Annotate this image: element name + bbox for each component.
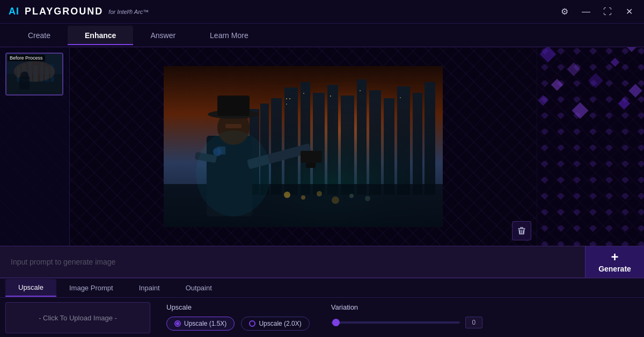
svg-point-34	[20, 71, 28, 79]
upload-label: - Click To Upload Image -	[39, 314, 117, 322]
upscale-label: Upscale	[166, 303, 310, 311]
svg-point-61	[284, 192, 290, 198]
variation-group: Variation 0	[331, 303, 482, 328]
variation-slider-row: 0	[331, 317, 482, 328]
svg-point-65	[349, 194, 354, 198]
slider-thumb[interactable]	[332, 319, 340, 326]
sub-tab-upscale[interactable]: Upscale	[5, 279, 56, 297]
prompt-bar: + Generate	[0, 246, 644, 278]
image-main-area: Before Process	[0, 47, 644, 246]
variation-label: Variation	[331, 303, 482, 311]
generate-button[interactable]: + Generate	[585, 246, 644, 277]
svg-point-78	[196, 130, 271, 216]
svg-point-66	[365, 196, 370, 201]
logo-area: AI PLAYGROUND for Intel® Arc™	[9, 6, 149, 17]
upscale-2-0x-option[interactable]: Upscale (2.0X)	[241, 317, 309, 331]
radio-dot-1-5x	[174, 320, 181, 327]
logo-ai: AI	[9, 6, 19, 17]
svg-rect-70	[217, 96, 250, 116]
sidebar-thumbnails: Before Process	[0, 47, 70, 246]
bottom-content: - Click To Upload Image - Upscale Upscal…	[0, 298, 644, 337]
tab-create[interactable]: Create	[11, 26, 68, 45]
main-image	[164, 66, 443, 227]
main-image-container	[70, 47, 537, 246]
window-controls: ⚙ — ⛶ ✕	[558, 5, 635, 18]
generate-label: Generate	[598, 265, 631, 273]
svg-point-63	[317, 191, 322, 196]
radio-dot-2-0x	[249, 320, 255, 327]
upscale-radio-group: Upscale (1.5X) Upscale (2.0X)	[166, 317, 310, 331]
sub-tab-bar: Upscale Image Prompt Inpaint Outpaint	[0, 279, 644, 298]
variation-value: 0	[465, 317, 482, 328]
prompt-input[interactable]	[0, 246, 585, 277]
upscale-options-area: Upscale Upscale (1.5X) Upscale (2.0X)	[156, 298, 644, 337]
minimize-icon[interactable]: —	[580, 5, 592, 18]
close-icon[interactable]: ✕	[623, 5, 635, 18]
svg-point-62	[301, 195, 305, 200]
upscale-1-5x-option[interactable]: Upscale (1.5X)	[166, 317, 235, 331]
svg-rect-71	[225, 124, 241, 128]
tab-answer[interactable]: Answer	[133, 26, 193, 45]
settings-icon[interactable]: ⚙	[558, 5, 571, 18]
svg-rect-75	[301, 151, 322, 163]
logo-subtitle: for Intel® Arc™	[108, 9, 149, 15]
sub-tab-image-prompt[interactable]: Image Prompt	[56, 280, 126, 296]
upscale-group: Upscale Upscale (1.5X) Upscale (2.0X)	[166, 303, 310, 331]
right-panel	[537, 47, 644, 246]
sub-tab-inpaint[interactable]: Inpaint	[126, 280, 173, 296]
logo-playground: PLAYGROUND	[25, 6, 103, 17]
upscale-2-0x-label: Upscale (2.0X)	[259, 320, 301, 327]
svg-rect-76	[306, 163, 316, 168]
bottom-panel: Upscale Image Prompt Inpaint Outpaint - …	[0, 278, 644, 337]
generate-plus-icon: +	[611, 251, 618, 263]
thumbnail-before[interactable]: Before Process	[5, 53, 63, 96]
header: AI PLAYGROUND for Intel® Arc™ ⚙ — ⛶ ✕	[0, 0, 644, 24]
main-nav: Create Enhance Answer Learn More	[0, 24, 644, 47]
tab-enhance[interactable]: Enhance	[68, 26, 133, 45]
delete-image-button[interactable]	[512, 221, 531, 240]
variation-slider[interactable]	[331, 321, 460, 324]
sub-tab-outpaint[interactable]: Outpaint	[173, 280, 225, 296]
thumbnail-label: Before Process	[8, 55, 45, 61]
upscale-1-5x-label: Upscale (1.5X)	[184, 320, 226, 327]
maximize-icon[interactable]: ⛶	[601, 5, 614, 18]
upload-area[interactable]: - Click To Upload Image -	[5, 302, 150, 333]
tab-learn-more[interactable]: Learn More	[193, 26, 266, 45]
svg-point-64	[332, 196, 339, 204]
